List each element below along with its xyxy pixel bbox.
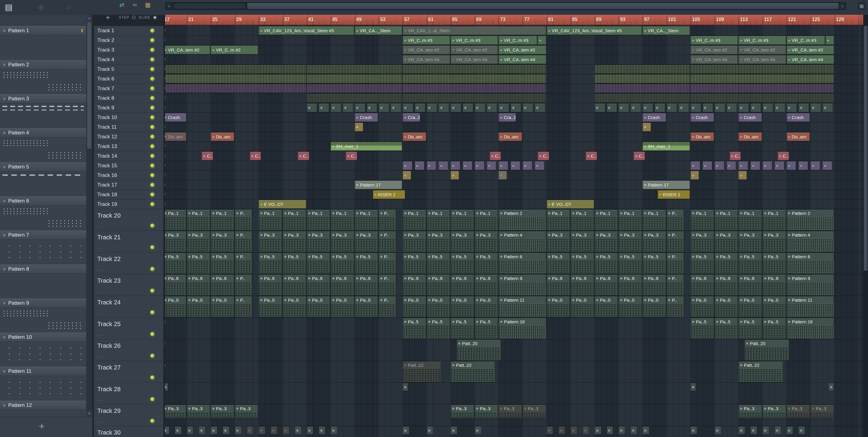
playlist-clip[interactable]: ≡ — [475, 427, 481, 434]
playlist-hscrollbar[interactable]: ‹ › — [165, 2, 846, 10]
playlist-clip[interactable] — [595, 74, 690, 83]
playlist-clip[interactable]: ≡Pa..0 — [165, 296, 186, 317]
playlist-clip[interactable]: ≡Pa..8 — [307, 275, 330, 295]
track-row[interactable]: Track 11 — [94, 122, 163, 132]
track-mute-led[interactable] — [150, 289, 154, 293]
playlist-clip[interactable]: ≡Pa..1 — [643, 210, 666, 230]
playlist-clip[interactable]: ≡Pa..3 — [165, 231, 186, 252]
playlist-clip[interactable]: ≡ — [595, 103, 605, 112]
playlist-lane[interactable] — [165, 122, 863, 132]
playlist-clip[interactable]: ≡ — [786, 427, 793, 434]
playlist-clip[interactable]: »VR_C..m #3 — [498, 36, 537, 44]
playlist-clip[interactable]: ≡ — [763, 427, 769, 434]
playlist-clip[interactable]: »VR_C..m #2 — [211, 45, 258, 54]
track-row[interactable]: Track 17 — [94, 180, 163, 190]
playlist-clip[interactable]: ≡Pa..5 — [475, 318, 498, 339]
track-row[interactable]: Track 3 — [94, 45, 163, 55]
playlist-clip[interactable]: ≡Pa..0 — [690, 296, 714, 317]
playlist-clip[interactable]: ≡Pa..5 — [165, 253, 186, 274]
track-mute-led[interactable] — [150, 38, 154, 42]
playlist-clip[interactable]: ≡Pa..0 — [331, 296, 354, 317]
playlist-clip[interactable]: ≡ — [403, 103, 413, 112]
playlist-clip[interactable]: »C..on — [778, 152, 789, 160]
playlist-clip[interactable]: ≡ — [750, 103, 761, 112]
playlist-clip[interactable]: ×VR_CA..tem #4 — [690, 55, 738, 64]
track-mute-led[interactable] — [150, 173, 154, 177]
pattern-header[interactable]: ≡Pattern 6 — [0, 196, 86, 206]
playlist-clip[interactable]: ≡ — [307, 427, 313, 434]
playlist-clip[interactable]: ≡Pa..1 — [258, 210, 282, 230]
playlist-clip[interactable]: ≡Pa..1 — [331, 210, 354, 230]
playlist-clip[interactable]: » — [715, 161, 724, 170]
playlist-clip[interactable]: ×Pa..3 — [523, 405, 546, 418]
track-mute-led[interactable] — [150, 267, 154, 271]
playlist-clip[interactable] — [403, 84, 546, 93]
playlist-clip[interactable]: ≡Pa..8 — [643, 275, 666, 295]
wave-tool-icon[interactable]: ≈ — [67, 3, 71, 12]
playlist-clip[interactable]: »VR_CA..tem #4 — [786, 55, 834, 64]
playlist-menu-icon[interactable]: ▦ — [858, 2, 866, 10]
playlist-clip[interactable]: ≡ — [690, 427, 697, 434]
playlist-clip[interactable]: ≡Pa..5 — [451, 253, 474, 274]
playlist-clip[interactable]: »Cra..2 — [498, 113, 516, 122]
track-row[interactable]: Track 1 — [94, 26, 163, 36]
playlist-clip[interactable]: »VR_CAV_123_Am..Vocal_Stem #5 — [258, 26, 354, 35]
playlist-clip[interactable]: » — [750, 161, 760, 170]
playlist-clip[interactable]: ≡ — [667, 103, 677, 112]
playlist-clip[interactable]: ≡ — [175, 427, 181, 434]
playlist-clip[interactable]: »C..on — [730, 152, 741, 160]
playlist-clip[interactable]: ×VR_CA..tem #4 — [403, 55, 450, 64]
playlist-clip[interactable]: ≡ — [451, 103, 461, 112]
playlist-clip[interactable]: »Crash — [786, 113, 810, 122]
track-row[interactable]: Track 15 — [94, 161, 163, 170]
playlist-clip[interactable]: ×VR_CAV_1..al_Stem — [403, 26, 546, 35]
playlist-clip[interactable]: » — [798, 161, 808, 170]
pattern-preview[interactable] — [0, 240, 86, 264]
playlist-clip[interactable]: » — [763, 161, 772, 170]
pattern-header[interactable]: ≡Pattern 3 — [0, 94, 86, 103]
playlist-clip[interactable]: »Crash — [643, 113, 666, 122]
playlist-clip[interactable]: ≡ — [595, 427, 601, 434]
playlist-clip[interactable]: ≡Pa..0 — [355, 296, 378, 317]
playlist-clip[interactable]: ≡ — [690, 383, 696, 391]
playlist-clip[interactable] — [690, 65, 834, 73]
playlist-clip[interactable]: » — [823, 161, 832, 170]
playlist-clip[interactable]: ≡P.. — [667, 253, 684, 274]
playlist-clip[interactable]: ≡Pa..5 — [331, 253, 354, 274]
playlist-clip[interactable]: ×Pa..3 — [810, 405, 834, 418]
playlist-clip[interactable]: ≡Pa..1 — [165, 210, 186, 230]
pattern-scroll-thumb[interactable] — [87, 22, 91, 149]
playlist-clip[interactable]: ≡ — [355, 123, 363, 131]
playlist-lane[interactable] — [165, 170, 863, 180]
playlist-clip[interactable]: ≡ — [378, 103, 389, 112]
pattern-preview[interactable] — [0, 137, 86, 162]
playlist-clip[interactable]: ≡ — [643, 427, 649, 434]
playlist-clip[interactable]: ≡ — [415, 103, 425, 112]
playlist-clip[interactable]: ≡Pa..8 — [715, 275, 738, 295]
playlist-clip[interactable]: »C..on — [250, 152, 261, 160]
track-mute-led[interactable] — [150, 419, 154, 423]
track-row[interactable]: Track 30 — [94, 426, 163, 437]
playlist-clip[interactable]: ≡Pa..1 — [715, 210, 738, 230]
playlist-clip[interactable]: ≡Pa..3 — [547, 231, 570, 252]
playlist-clip[interactable]: ≡ — [750, 427, 757, 434]
playlist-clip[interactable]: ≡Pa..0 — [715, 296, 738, 317]
playlist-clip[interactable]: ≡ — [715, 103, 725, 112]
track-mute-led[interactable] — [150, 77, 154, 81]
track-row[interactable]: Track 5 — [94, 64, 163, 74]
playlist-clip[interactable]: ≡Pa..3 — [763, 405, 786, 418]
playlist-clip[interactable]: ×VR_CA..tem #4 — [451, 55, 498, 64]
playlist-clip[interactable]: ≡ — [535, 103, 545, 112]
playlist-clip[interactable]: » — [510, 161, 520, 170]
track-row[interactable]: Track 14 — [94, 151, 163, 161]
scroll-up-button[interactable]: ▲ — [86, 15, 92, 21]
playlist-clip[interactable]: ≡Pa..8 — [475, 275, 498, 295]
playlist-clip[interactable]: ×VR_CA..tem #4 — [738, 55, 786, 64]
playlist-clip[interactable]: × — [547, 427, 553, 434]
playlist-clip[interactable]: ≡Pa..1 — [690, 210, 714, 230]
track-mute-led[interactable] — [150, 48, 154, 52]
playlist-clip[interactable]: ≡Pattern 2 — [498, 210, 546, 230]
pattern-header[interactable]: ≡Pattern 8 — [0, 264, 86, 274]
pattern-preview[interactable] — [0, 103, 86, 128]
track-mute-led[interactable] — [150, 144, 154, 148]
